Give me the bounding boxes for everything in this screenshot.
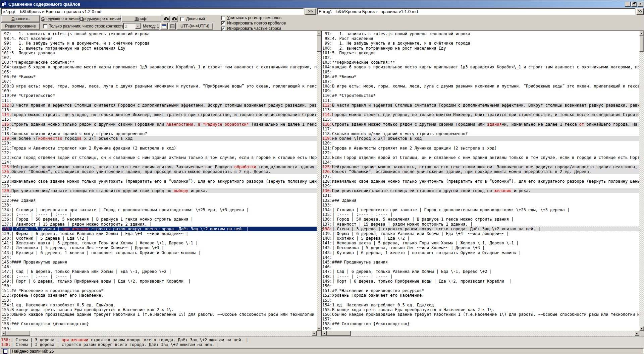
diff-line-100[interactable]: 100: 2. вычесть потраченную на рост насе…: [2, 46, 317, 51]
left-vscroll-thumb[interactable]: [317, 36, 321, 52]
diff-line-103[interactable]: 103:**Периодические события:**: [322, 60, 639, 65]
diff-line-145[interactable]: 145:#### Продвинутые здания: [2, 260, 317, 264]
right-file-path-input[interactable]: E:\rpg\__b&b\Кровь и Бронза - правила v1…: [317, 8, 635, 15]
encoding-button[interactable]: UTF-8<->UTF-8: [177, 23, 213, 30]
ignore-spaces-checkbox[interactable]: ✓ Игнорировать повтор пробелов: [221, 21, 286, 25]
right-path-expand-button[interactable]: >>: [636, 8, 644, 15]
diff-line-152[interactable]: 152:Уровень Города означает его Населени…: [322, 293, 639, 298]
diff-line-113[interactable]: 113:: [2, 108, 317, 112]
diff-line-105[interactable]: 105:: [2, 70, 317, 74]
diff-line-157[interactable]: 157:: [2, 317, 317, 321]
diff-line-123[interactable]: 123:Если Город отделен водой от Столицы,…: [2, 155, 317, 160]
diff-line-142[interactable]: 142:| Лесопилка | 5 дерева, только Лес ~…: [2, 245, 317, 250]
diff-line-134[interactable]: 134:| Столица | переносится при захвате …: [322, 208, 639, 212]
ignore-spaces-checkbox-box[interactable]: ✓: [221, 21, 225, 25]
diff-line-159[interactable]: 159:: [2, 327, 317, 331]
diff-line-145[interactable]: 145:#### Продвинутые здания: [322, 260, 639, 264]
diff-line-107[interactable]: 107:: [322, 79, 639, 84]
scroll-left-icon[interactable]: ◄: [322, 331, 327, 336]
method-button[interactable]: Метод: 1: [143, 23, 159, 30]
diff-line-118[interactable]: 118:Сколько юнитов и/или зданий я могу с…: [2, 131, 317, 136]
diff-line-154[interactable]: 154:1 ед. Населения потребляет 0.5 ед. Е…: [2, 303, 317, 307]
diff-line-130[interactable]: 130:При уничтожении/захвате столицы ей с…: [322, 188, 639, 193]
diff-line-129[interactable]: 129:: [2, 184, 317, 188]
diff-line-121[interactable]: 121:Города и Аванпосты стреляют как 2 Лу…: [2, 146, 317, 151]
right-vscroll-thumb[interactable]: [639, 36, 644, 52]
right-hscroll-thumb[interactable]: [327, 331, 351, 336]
close-button[interactable]: ×: [638, 2, 643, 7]
combo-dropdown-arrow-icon[interactable]: ▼: [135, 23, 141, 29]
diff-line-122[interactable]: 122:: [322, 151, 639, 155]
save-result-button[interactable]: [168, 23, 176, 30]
diff-line-157[interactable]: 157:: [322, 317, 639, 321]
diff-line-119[interactable]: 119:не более \[количество городов x 2\] …: [2, 136, 317, 141]
diff-line-115[interactable]: 115:: [2, 117, 317, 122]
diff-line-139[interactable]: 139:| Ферма | 6 дерева, только Равнина и…: [2, 231, 317, 236]
diff-line-151[interactable]: 151:## *Население и производство ресурсо…: [2, 288, 317, 293]
diff-line-140[interactable]: 140:| Охотник | 5 дерева | Еда \+2 |: [322, 236, 639, 241]
diff-line-144[interactable]: 144:: [2, 255, 317, 260]
diff-line-149[interactable]: 149:| Порт | 6 дерева, только Прибрежные…: [322, 279, 639, 284]
diff-line-128[interactable]: 128:Изначально свое здание можно только …: [2, 179, 317, 184]
diff-line-147[interactable]: 147:| Сад | 6 дерева, только Равнина или…: [2, 269, 317, 274]
diff-line-154[interactable]: 154:1 ед. Населения потребляет 0.5 ед. Е…: [322, 303, 639, 307]
next-difference-button[interactable]: Следующее отличие: [41, 15, 80, 22]
diff-line-122[interactable]: 122:: [2, 151, 317, 155]
diff-line-137[interactable]: 137:| Аванпост | 15 дерева | рядом можно…: [2, 222, 317, 227]
diff-line-155[interactable]: 155:В конце хода треть запаса Еды преобр…: [322, 307, 639, 312]
only-differences-checkbox-box[interactable]: [43, 24, 47, 28]
diff-line-144[interactable]: 144:: [322, 255, 639, 260]
binary-checkbox[interactable]: Двоичный: [180, 16, 205, 21]
diff-line-116[interactable]: 116:Строить здания можно только рядом с …: [322, 122, 639, 127]
diff-line-150[interactable]: 150:: [322, 284, 639, 288]
diff-line-97[interactable]: 97: 1. записать в rules.js новый уровень…: [2, 32, 317, 36]
diff-line-106[interactable]: 106:## *Биомы*: [322, 74, 639, 79]
diff-line-112[interactable]: 112:В части правил и эффектов Столица сч…: [2, 103, 317, 108]
diff-line-131[interactable]: 131:: [322, 193, 639, 198]
diff-line-158[interactable]: 158:### Скотоводство {#скотоводство}: [322, 321, 639, 326]
diff-line-116[interactable]: 116:Строить здания можно только рядом с …: [2, 122, 317, 127]
scroll-up-icon[interactable]: ▲: [639, 31, 644, 36]
diff-line-107[interactable]: 107:: [2, 79, 317, 84]
swap-files-button[interactable]: >>: [305, 8, 316, 15]
diff-line-156[interactable]: 156:Обычно каждое производящее здание тр…: [322, 312, 639, 317]
diff-line-124[interactable]: 124:: [2, 160, 317, 165]
diff-line-138[interactable]: 138:| Стены | 3 дерева | при желании стр…: [2, 227, 317, 231]
diff-line-153[interactable]: 153:: [322, 298, 639, 303]
search-button[interactable]: [163, 15, 170, 22]
diff-line-110[interactable]: 110:## *Строительство*: [322, 93, 639, 98]
diff-line-104[interactable]: 104:каждые 6 ходов в произвольное место …: [322, 65, 639, 69]
diff-line-111[interactable]: 111:: [322, 98, 639, 103]
diff-line-141[interactable]: 141:| Железная шахта | 5 дерева, только …: [2, 241, 317, 245]
diff-line-103[interactable]: 103:**Периодические события:**: [2, 60, 317, 65]
diff-line-125[interactable]: 125:Нейтральное здание можно захватить, …: [2, 165, 317, 169]
diff-line-136[interactable]: 136:| Город | 50 дерева, 5 населения | В…: [322, 217, 639, 222]
diff-line-115[interactable]: 115:: [322, 117, 639, 122]
search-options-button[interactable]: ...: [171, 15, 178, 22]
diff-line-151[interactable]: 151:## *Население и производство ресурсо…: [322, 288, 639, 293]
diff-line-108[interactable]: 108:В игре есть: море, горы, холмы, леса…: [2, 84, 317, 88]
left-vertical-scrollbar[interactable]: ▲ ▼: [317, 31, 321, 331]
minimize-button[interactable]: _: [625, 2, 631, 7]
case-sensitive-checkbox[interactable]: Учитывать регистр символов: [221, 15, 281, 20]
diff-line-155[interactable]: 155:В конце хода треть запаса Еды преобр…: [2, 307, 317, 312]
diff-line-153[interactable]: 153:: [2, 298, 317, 303]
diff-line-110[interactable]: 110:## *Строительство*: [2, 93, 317, 98]
only-differences-checkbox[interactable]: Только различия; число строк контекста:: [43, 24, 125, 28]
ignore-frequent-lines-checkbox[interactable]: ✓ Игнорировать частые строки: [221, 26, 281, 31]
diff-line-102[interactable]: 102:: [322, 55, 639, 60]
diff-line-120[interactable]: 120:: [2, 141, 317, 145]
previous-difference-button[interactable]: Предыдущее отличие: [81, 15, 120, 22]
diff-line-127[interactable]: 127:: [2, 174, 317, 179]
diff-line-119[interactable]: 119:не более \[город x 2\] объектов в хо…: [322, 136, 639, 141]
diff-line-114[interactable]: 114:Города можно строить где угодно, но …: [322, 112, 639, 117]
diff-line-135[interactable]: 135:| :---- | :---- | :---- |: [2, 212, 317, 217]
diff-line-148[interactable]: 148:| :---- | :---- | :---- |: [322, 274, 639, 279]
diff-line-159[interactable]: 159:: [322, 327, 639, 331]
diff-line-150[interactable]: 150:: [2, 284, 317, 288]
diff-line-127[interactable]: 127:: [322, 174, 639, 179]
diff-line-143[interactable]: 143:| Кузница | 6 дерева, 1 железо | поз…: [322, 250, 639, 255]
diff-line-109[interactable]: 109:: [2, 88, 317, 93]
diff-line-98[interactable]: 98:4. Рост населения: [322, 36, 639, 41]
diff-line-99[interactable]: 99: 1. Не забудь учесть и в документе, и…: [2, 41, 317, 46]
